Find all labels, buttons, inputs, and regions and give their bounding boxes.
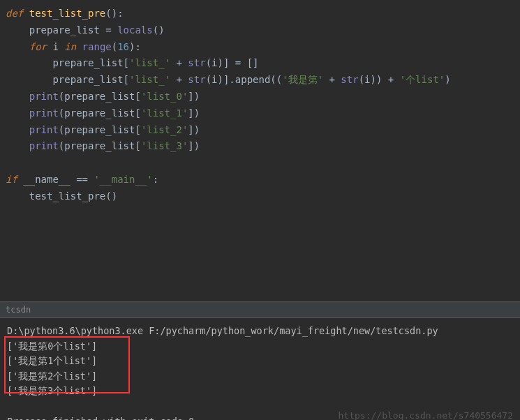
keyword-in: in [64,41,76,52]
code-line: print(prepare_list['list_3']) [6,138,520,155]
builtin-print: print [6,107,59,119]
code-line: def test_list_pre(): [6,6,520,22]
code-editor[interactable]: def test_list_pre(): prepare_list = loca… [0,0,520,301]
builtin-range: range [76,41,112,52]
keyword-def: def [6,8,23,19]
run-tab-label[interactable]: tcsdn [6,305,31,315]
console-command: D:\python3.6\python3.exe F:/pycharm/pyth… [7,324,513,339]
code-line: if __name__ == '__main__': [6,172,520,188]
builtin-print: print [6,140,59,151]
code-line: print(prepare_list['list_2']) [6,122,520,139]
console-output-line: ['我是第2个list'] [7,369,513,384]
console-output-line: ['我是第1个list'] [7,354,513,369]
code-line: print(prepare_list['list_1']) [6,105,520,122]
code-line: print(prepare_list['list_0']) [6,89,520,105]
code-line: prepare_list['list_' + str(i)] = [] [6,55,520,72]
keyword-for: for [6,41,47,52]
keyword-if: if [6,174,17,185]
console-output-line: ['我是第3个list'] [7,384,513,399]
code-line: test_list_pre() [6,188,520,205]
builtin-print: print [6,124,59,135]
code-line: prepare_list['list_' + str(i)].append(('… [6,72,520,89]
console-output[interactable]: D:\python3.6\python3.exe F:/pycharm/pyth… [0,317,520,420]
watermark-text: https://blog.csdn.net/s740556472 [339,409,513,420]
code-line [6,155,520,172]
code-line: prepare_list = locals() [6,22,520,39]
builtin-locals: locals [117,24,153,36]
code-line: for i in range(16): [6,39,520,56]
console-output-line: ['我是第0个list'] [7,339,513,354]
builtin-print: print [6,91,59,102]
function-name: test_list_pre [23,8,105,19]
run-tab-bar: tcsdn [0,301,520,317]
